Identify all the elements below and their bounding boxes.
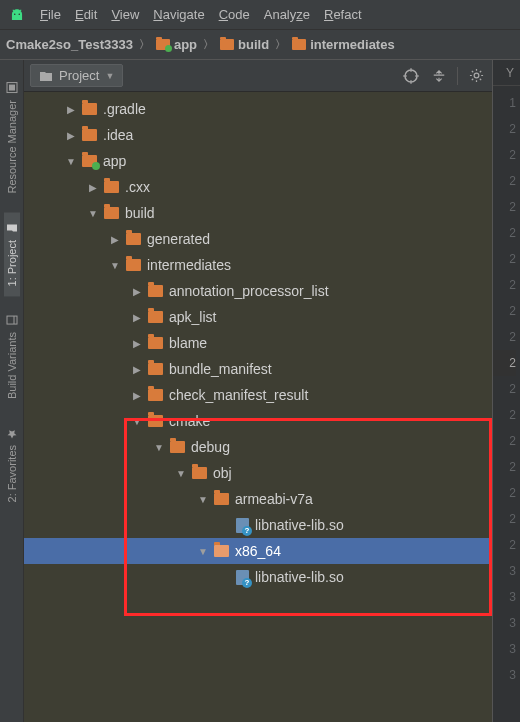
tree-row[interactable]: ▶.gradle xyxy=(24,96,520,122)
tree-row[interactable]: ▼cmake xyxy=(24,408,520,434)
tree-node-label: apk_list xyxy=(169,309,216,325)
breadcrumb-build[interactable]: build xyxy=(220,37,269,52)
file-unknown-icon xyxy=(236,570,249,585)
tree-node-label: x86_64 xyxy=(235,543,281,559)
tree-row[interactable]: ▶libnative-lib.so xyxy=(24,564,520,590)
chevron-down-icon[interactable]: ▼ xyxy=(110,260,120,271)
folder-icon xyxy=(148,285,163,297)
gutter-line-number: 3 xyxy=(493,584,516,610)
folder-icon xyxy=(82,103,97,115)
chevron-right-icon[interactable]: ▶ xyxy=(132,286,142,297)
tree-node-label: blame xyxy=(169,335,207,351)
tree-row[interactable]: ▶blame xyxy=(24,330,520,356)
breadcrumb-build-label: build xyxy=(238,37,269,52)
project-panel-header: Project ▼ xyxy=(24,60,520,92)
chevron-right-icon[interactable]: ▶ xyxy=(66,130,76,141)
chevron-down-icon[interactable]: ▼ xyxy=(132,416,142,427)
gutter-line-number: 2 xyxy=(493,532,516,558)
gutter-line-number: 2 xyxy=(493,350,516,376)
tree-row[interactable]: ▼armeabi-v7a xyxy=(24,486,520,512)
tree-row[interactable]: ▶apk_list xyxy=(24,304,520,330)
gutter-line-number: 3 xyxy=(493,558,516,584)
breadcrumb-app[interactable]: app xyxy=(156,37,197,52)
folder-icon xyxy=(82,155,97,167)
chevron-right-icon[interactable]: ▶ xyxy=(132,312,142,323)
project-view-selector[interactable]: Project ▼ xyxy=(30,64,123,87)
folder-icon xyxy=(148,337,163,349)
gutter-line-number: 2 xyxy=(493,454,516,480)
menu-file[interactable]: File xyxy=(40,7,61,22)
project-tree[interactable]: ▶.gradle▶.idea▼app▶.cxx▼build▶generated▼… xyxy=(24,92,520,722)
gutter-line-number: 2 xyxy=(493,194,516,220)
tree-row[interactable]: ▶annotation_processor_list xyxy=(24,278,520,304)
folder-icon xyxy=(104,207,119,219)
collapse-all-icon[interactable] xyxy=(429,66,449,86)
chevron-down-icon: ▼ xyxy=(105,71,114,81)
tree-node-label: debug xyxy=(191,439,230,455)
gutter-line-number: 3 xyxy=(493,636,516,662)
folder-icon xyxy=(148,415,163,427)
chevron-down-icon[interactable]: ▼ xyxy=(198,494,208,505)
tree-row[interactable]: ▶libnative-lib.so xyxy=(24,512,520,538)
chevron-right-icon[interactable]: ▶ xyxy=(132,338,142,349)
tree-row[interactable]: ▶bundle_manifest xyxy=(24,356,520,382)
left-tool-strip: Resource Manager 1: Project Build Varian… xyxy=(0,60,24,722)
chevron-right-icon: 〉 xyxy=(139,37,150,52)
editor-gutter: Y 12222222222222222233333 xyxy=(492,60,520,722)
tab-project-label: 1: Project xyxy=(6,240,18,286)
target-icon[interactable] xyxy=(401,66,421,86)
gutter-line-number: 3 xyxy=(493,662,516,688)
tree-row-selected[interactable]: ▼x86_64 xyxy=(24,538,520,564)
tab-bv-label: Build Variants xyxy=(6,332,18,399)
chevron-right-icon[interactable]: ▶ xyxy=(110,234,120,245)
chevron-down-icon[interactable]: ▼ xyxy=(176,468,186,479)
chevron-down-icon[interactable]: ▼ xyxy=(66,156,76,167)
folder-icon xyxy=(170,441,185,453)
tree-node-label: check_manifest_result xyxy=(169,387,308,403)
tree-row[interactable]: ▶check_manifest_result xyxy=(24,382,520,408)
gutter-line-number: 2 xyxy=(493,246,516,272)
chevron-right-icon[interactable]: ▶ xyxy=(66,104,76,115)
breadcrumb-root[interactable]: Cmake2so_Test3333 xyxy=(6,37,133,52)
chevron-right-icon[interactable]: ▶ xyxy=(132,390,142,401)
tree-node-label: build xyxy=(125,205,155,221)
menu-view[interactable]: View xyxy=(111,7,139,22)
build-variants-icon xyxy=(6,314,18,326)
tree-node-label: obj xyxy=(213,465,232,481)
svg-rect-4 xyxy=(7,316,17,324)
menu-code[interactable]: Code xyxy=(219,7,250,22)
menu-refactor[interactable]: Refact xyxy=(324,7,362,22)
menu-edit[interactable]: Edit xyxy=(75,7,97,22)
tab-project[interactable]: 1: Project xyxy=(4,212,20,296)
project-view-label: Project xyxy=(59,68,99,83)
menu-navigate[interactable]: Navigate xyxy=(153,7,204,22)
breadcrumb-intermediates[interactable]: intermediates xyxy=(292,37,395,52)
gutter-line-number: 2 xyxy=(493,324,516,350)
tab-favorites[interactable]: 2: Favorites xyxy=(4,417,20,512)
gutter-line-number: 2 xyxy=(493,272,516,298)
menu-analyze[interactable]: Analyze xyxy=(264,7,310,22)
tree-row[interactable]: ▼obj xyxy=(24,460,520,486)
tab-fav-label: 2: Favorites xyxy=(6,445,18,502)
gutter-line-number: 2 xyxy=(493,376,516,402)
gutter-line-number: 2 xyxy=(493,480,516,506)
tab-resource-manager[interactable]: Resource Manager xyxy=(4,72,20,204)
chevron-down-icon[interactable]: ▼ xyxy=(198,546,208,557)
tree-row[interactable]: ▼build xyxy=(24,200,520,226)
chevron-right-icon[interactable]: ▶ xyxy=(132,364,142,375)
chevron-right-icon: 〉 xyxy=(275,37,286,52)
tree-row[interactable]: ▼debug xyxy=(24,434,520,460)
chevron-right-icon[interactable]: ▶ xyxy=(88,182,98,193)
breadcrumb-root-label: Cmake2so_Test3333 xyxy=(6,37,133,52)
tree-row[interactable]: ▼app xyxy=(24,148,520,174)
resource-manager-icon xyxy=(6,82,18,94)
tree-row[interactable]: ▶generated xyxy=(24,226,520,252)
chevron-down-icon[interactable]: ▼ xyxy=(88,208,98,219)
tab-build-variants[interactable]: Build Variants xyxy=(4,304,20,409)
svg-point-0 xyxy=(14,13,16,15)
chevron-down-icon[interactable]: ▼ xyxy=(154,442,164,453)
tree-row[interactable]: ▼intermediates xyxy=(24,252,520,278)
tree-row[interactable]: ▶.cxx xyxy=(24,174,520,200)
tree-row[interactable]: ▶.idea xyxy=(24,122,520,148)
gear-icon[interactable] xyxy=(466,66,486,86)
